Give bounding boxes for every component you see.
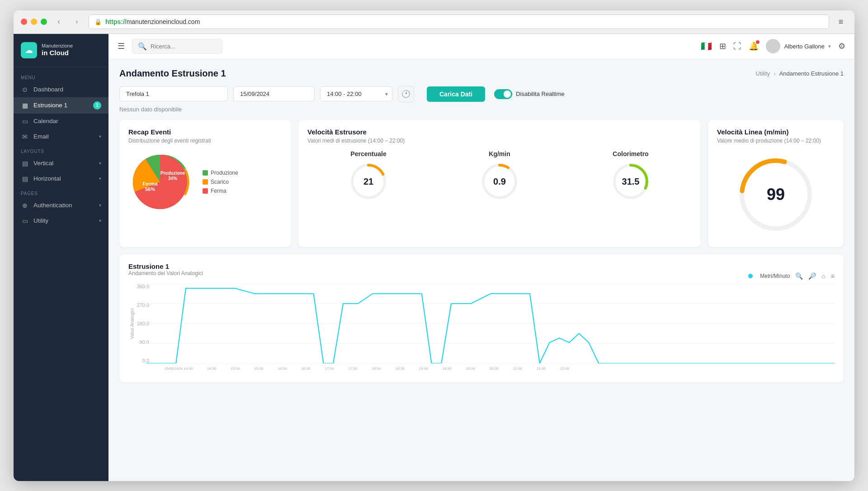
svg-text:Produzione: Produzione bbox=[160, 171, 185, 176]
page-title: Andamento Estrusione 1 bbox=[119, 68, 226, 79]
back-button[interactable]: ‹ bbox=[52, 15, 65, 28]
forward-button[interactable]: › bbox=[71, 15, 83, 28]
legend-dot-ferma bbox=[203, 188, 208, 194]
chevron-down-icon: ▾ bbox=[99, 218, 101, 223]
recap-eventi-subtitle: Distribuzione degli eventi registrati bbox=[128, 138, 282, 144]
page-header: Andamento Estrusione 1 Utility › Andamen… bbox=[119, 68, 844, 79]
logo-icon: ☁ bbox=[21, 42, 37, 58]
menu-icon[interactable]: ≡ bbox=[831, 272, 835, 280]
sidebar-item-label: Horizontal bbox=[33, 175, 61, 182]
estrusione-badge: 1 bbox=[93, 101, 101, 110]
hamburger-button[interactable]: ≡ bbox=[835, 15, 847, 28]
gauge-kgmin: 0.9 bbox=[479, 161, 520, 202]
topnav-right: 🇮🇹 ⊞ ⛶ 🔔 Alberto Gallone ▾ ⚙ bbox=[701, 39, 845, 53]
url-text: https://manutenzioneincloud.com bbox=[105, 18, 200, 25]
minimize-button[interactable] bbox=[31, 19, 37, 25]
pie-area: Ferma 56% Produzione 34% bbox=[128, 150, 282, 214]
sidebar-item-label: Estrusione 1 bbox=[33, 102, 67, 109]
fullscreen-icon[interactable]: ⛶ bbox=[733, 42, 741, 51]
menu-section-label: MENU bbox=[14, 71, 108, 82]
chart-inner bbox=[146, 284, 835, 363]
clock-button[interactable]: 🕐 bbox=[398, 86, 414, 102]
machine-name-input[interactable] bbox=[119, 86, 228, 101]
lock-icon: 🔒 bbox=[94, 19, 102, 25]
chart-subtitle: Andamento dei Valori Analogici bbox=[128, 270, 203, 276]
sidebar-item-vertical[interactable]: ▤ Vertical ▾ bbox=[14, 156, 108, 171]
zoom-in-icon[interactable]: 🔍 bbox=[795, 272, 803, 280]
sidebar: ☁ Manutenzione in Cloud MENU ⊙ Dashboard… bbox=[14, 34, 108, 481]
chevron-down-icon: ▾ bbox=[828, 43, 831, 49]
estrusione-icon: ▦ bbox=[21, 102, 29, 109]
gauge-value-colorimetro: 31.5 bbox=[622, 176, 640, 186]
gauge-value-kgmin: 0.9 bbox=[493, 176, 506, 186]
grid-icon[interactable]: ⊞ bbox=[719, 41, 726, 51]
sidebar-item-estrusione[interactable]: ▦ Estrusione 1 1 bbox=[14, 97, 108, 114]
notification-dot bbox=[756, 40, 760, 44]
zoom-out-icon[interactable]: 🔎 bbox=[808, 272, 816, 280]
velocita-linea-title: Velocità Linea (m/min) bbox=[717, 128, 835, 136]
layouts-section-label: LAYOUTS bbox=[14, 144, 108, 156]
chart-section-title: Estrusione 1 bbox=[128, 262, 835, 270]
legend-label-produzione: Produzione bbox=[211, 170, 238, 176]
sidebar-item-email[interactable]: ✉ Email ▾ bbox=[14, 129, 108, 144]
chart-section: Estrusione 1 Andamento dei Valori Analog… bbox=[119, 254, 844, 382]
pie-chart: Ferma 56% Produzione 34% bbox=[128, 150, 192, 214]
chevron-down-icon: ▾ bbox=[99, 203, 101, 208]
sidebar-item-label: Email bbox=[33, 133, 49, 140]
time-select[interactable]: 14:00 - 22:00 06:00 - 14:00 22:00 - 06:0… bbox=[320, 86, 392, 101]
search-input[interactable] bbox=[151, 43, 217, 50]
sidebar-item-authentication[interactable]: ⊕ Authentication ▾ bbox=[14, 198, 108, 213]
sidebar-logo: ☁ Manutenzione in Cloud bbox=[14, 34, 108, 67]
date-input[interactable] bbox=[233, 86, 315, 101]
sidebar-item-label: Utility bbox=[33, 217, 48, 224]
no-data-label: Nessun dato disponibile bbox=[119, 106, 844, 113]
svg-text:56%: 56% bbox=[145, 186, 155, 192]
time-select-wrap: 14:00 - 22:00 06:00 - 14:00 22:00 - 06:0… bbox=[320, 86, 392, 101]
sidebar-item-horizontal[interactable]: ▤ Horizontal ▾ bbox=[14, 171, 108, 186]
chart-subtitle-area: Andamento dei Valori Analogici bbox=[128, 270, 203, 282]
sidebar-item-label: Vertical bbox=[33, 160, 53, 167]
chevron-down-icon: ▾ bbox=[99, 161, 101, 166]
sidebar-item-calendar[interactable]: ▭ Calendar bbox=[14, 114, 108, 129]
dashboard-icon: ⊙ bbox=[21, 86, 29, 93]
home-icon[interactable]: ⌂ bbox=[821, 272, 825, 280]
velocita-estrusore-card: Velocità Estrusore Valori medi di estrus… bbox=[298, 120, 701, 247]
sidebar-item-utility[interactable]: ▭ Utility ▾ bbox=[14, 213, 108, 229]
main-area: ☁ Manutenzione in Cloud MENU ⊙ Dashboard… bbox=[14, 34, 854, 481]
legend-label-ferma: Ferma bbox=[211, 188, 226, 194]
metric-label-colorimetro: Colorimetro bbox=[613, 150, 648, 157]
y-axis-label: Valori Analogici bbox=[128, 284, 136, 363]
toggle-wrap: Disabilita Realtime bbox=[494, 89, 565, 99]
url-bar[interactable]: 🔒 https://manutenzioneincloud.com bbox=[89, 14, 829, 29]
close-button[interactable] bbox=[21, 19, 27, 25]
breadcrumb-root: Utility bbox=[756, 70, 770, 77]
avatar bbox=[766, 39, 780, 53]
carica-dati-button[interactable]: Carica Dati bbox=[427, 86, 485, 102]
metric-label-percentuale: Percentuale bbox=[350, 150, 386, 157]
email-icon: ✉ bbox=[21, 133, 29, 140]
legend-ferma: Ferma bbox=[203, 188, 238, 194]
gauge-percentuale: 21 bbox=[348, 161, 389, 202]
velocita-estrusore-subtitle: Valori medi di estrusione (14:00 – 22:00… bbox=[307, 138, 692, 144]
settings-icon[interactable]: ⚙ bbox=[838, 41, 845, 51]
chevron-down-icon: ▾ bbox=[99, 134, 101, 139]
big-gauge: 99 bbox=[735, 154, 816, 235]
horizontal-icon: ▤ bbox=[21, 175, 29, 182]
linea-gauge: 99 bbox=[717, 150, 835, 239]
search-box[interactable]: 🔍 bbox=[132, 39, 222, 54]
notification-bell-icon[interactable]: 🔔 bbox=[749, 41, 759, 51]
cards-row: Recap Eventi Distribuzione degli eventi … bbox=[119, 120, 844, 247]
svg-text:34%: 34% bbox=[168, 176, 177, 181]
user-info[interactable]: Alberto Gallone ▾ bbox=[766, 39, 831, 53]
logo-text: Manutenzione in Cloud bbox=[42, 43, 73, 57]
gauge-value-percentuale: 21 bbox=[363, 176, 373, 186]
traffic-lights bbox=[21, 19, 47, 25]
legend-label-scarico: Scarico bbox=[211, 179, 229, 185]
breadcrumb-separator: › bbox=[774, 70, 775, 77]
sidebar-item-dashboard[interactable]: ⊙ Dashboard bbox=[14, 82, 108, 97]
metric-label-kgmin: Kg/min bbox=[489, 150, 510, 157]
sidebar-toggle-button[interactable]: ☰ bbox=[118, 41, 125, 51]
flag-icon[interactable]: 🇮🇹 bbox=[701, 41, 712, 52]
maximize-button[interactable] bbox=[41, 19, 47, 25]
realtime-toggle[interactable] bbox=[494, 89, 512, 99]
